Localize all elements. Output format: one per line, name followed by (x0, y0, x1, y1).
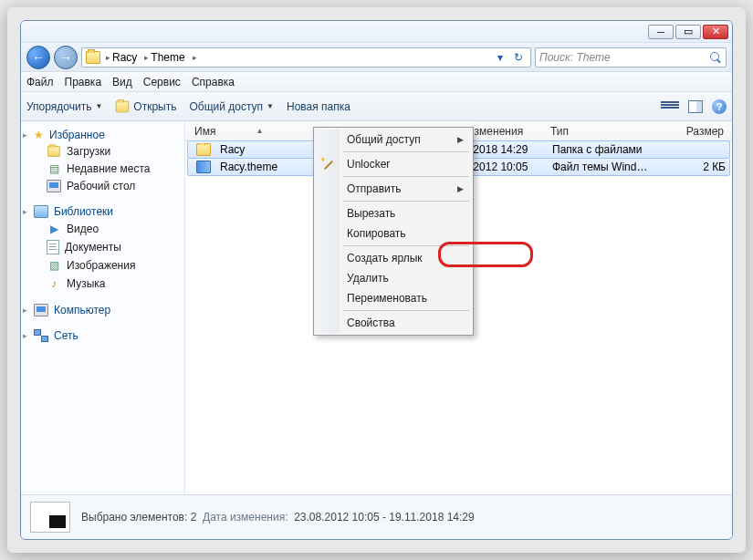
breadcrumb[interactable]: ▸Racy ▸Theme ▸ ▾ ↻ (81, 47, 531, 67)
share-button[interactable]: Общий доступ▼ (189, 100, 274, 113)
menu-help[interactable]: Справка (192, 76, 235, 88)
nav-videos[interactable]: ▶Видео (21, 220, 184, 238)
folder-icon (196, 143, 211, 156)
nav-network[interactable]: Сеть (21, 327, 184, 344)
maximize-button[interactable]: ▭ (675, 25, 701, 39)
nav-computer[interactable]: Компьютер (21, 302, 184, 318)
nav-documents[interactable]: Документы (21, 238, 184, 256)
explorer-window: ─ ▭ ✕ ← → ▸Racy ▸Theme ▸ ▾ ↻ Поиск: Them… (20, 20, 733, 540)
crumb-1[interactable]: Racy (112, 51, 137, 64)
back-button[interactable]: ← (26, 46, 50, 69)
ctx-properties[interactable]: Свойства (316, 313, 471, 333)
nav-desktop[interactable]: Рабочий стол (21, 178, 184, 194)
theme-file-icon (196, 161, 211, 173)
status-selected: Выбрано элементов: 2 (81, 511, 196, 524)
titlebar: ─ ▭ ✕ (21, 21, 732, 43)
view-button[interactable] (661, 100, 679, 113)
refresh-icon[interactable]: ↻ (510, 51, 527, 64)
forward-button[interactable]: → (54, 46, 78, 69)
address-bar: ← → ▸Racy ▸Theme ▸ ▾ ↻ Поиск: Theme (21, 43, 732, 72)
close-button[interactable]: ✕ (703, 25, 728, 39)
search-input[interactable]: Поиск: Theme (535, 47, 727, 67)
ctx-shortcut[interactable]: Создать ярлык (316, 248, 471, 268)
help-icon[interactable]: ? (712, 99, 727, 114)
wand-icon (321, 157, 336, 171)
nav-music[interactable]: ♪Музыка (21, 275, 184, 293)
open-button[interactable]: Открыть (115, 100, 176, 113)
file-list: Имя ▲ Дата изменения Тип Размер Racy 19.… (185, 121, 732, 494)
menu-view[interactable]: Вид (112, 76, 132, 88)
status-date-value: 23.08.2012 10:05 - 19.11.2018 14:29 (294, 511, 475, 524)
ctx-delete[interactable]: Удалить (316, 268, 471, 288)
ctx-copy[interactable]: Копировать (316, 223, 471, 244)
ctx-unlocker[interactable]: Unlocker (316, 154, 471, 174)
menu-edit[interactable]: Правка (65, 76, 102, 88)
search-icon (709, 51, 722, 64)
menu-tools[interactable]: Сервис (143, 76, 181, 88)
menu-file[interactable]: Файл (26, 76, 54, 88)
context-menu: Общий доступ▶ Unlocker Отправить▶ Выреза… (313, 127, 474, 336)
status-date-label: Дата изменения: (203, 511, 288, 524)
minimize-button[interactable]: ─ (648, 25, 674, 39)
dropdown-icon[interactable]: ▾ (494, 51, 507, 64)
menubar: Файл Правка Вид Сервис Справка (21, 72, 732, 92)
search-placeholder: Поиск: Theme (539, 51, 611, 64)
nav-favorites[interactable]: ★Избранное (21, 127, 184, 143)
ctx-sendto[interactable]: Отправить▶ (316, 179, 471, 199)
organize-button[interactable]: Упорядочить▼ (26, 100, 102, 113)
nav-pictures[interactable]: ▧Изображения (21, 256, 184, 275)
ctx-rename[interactable]: Переименовать (316, 288, 471, 308)
ctx-share[interactable]: Общий доступ▶ (316, 130, 471, 150)
crumb-2[interactable]: Theme (151, 51, 184, 64)
newfolder-button[interactable]: Новая папка (287, 100, 350, 113)
nav-downloads[interactable]: Загрузки (21, 143, 184, 160)
nav-recent[interactable]: ▤Недавние места (21, 160, 184, 178)
folder-icon (86, 51, 100, 64)
preview-pane-button[interactable] (688, 100, 703, 113)
selection-thumbnail-icon (30, 502, 70, 533)
navigation-pane: ★Избранное Загрузки ▤Недавние места Рабо… (21, 121, 185, 494)
status-bar: Выбрано элементов: 2 Дата изменения: 23.… (21, 495, 732, 539)
nav-libraries[interactable]: Библиотеки (21, 203, 184, 220)
toolbar: Упорядочить▼ Открыть Общий доступ▼ Новая… (21, 92, 732, 121)
ctx-cut[interactable]: Вырезать (316, 203, 471, 223)
